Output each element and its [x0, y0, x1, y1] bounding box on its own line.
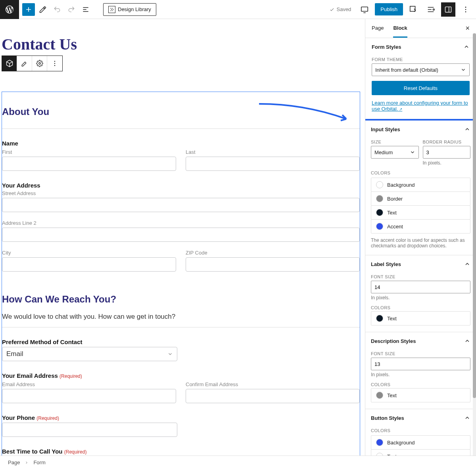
color-swatch — [376, 223, 383, 230]
besttime-label: Best Time to Call You (Required) — [2, 448, 360, 455]
svg-point-10 — [54, 65, 55, 66]
breadcrumb: Page Form — [0, 456, 476, 469]
svg-point-9 — [54, 63, 55, 64]
last-name-input[interactable] — [186, 157, 360, 171]
label-fontsize-input[interactable] — [371, 281, 470, 293]
label-text-color[interactable]: Text — [371, 311, 470, 325]
toolbar-left: Design Library — [19, 3, 159, 16]
undo-button[interactable] — [51, 3, 63, 16]
email-input[interactable] — [2, 389, 176, 403]
block-more-button[interactable] — [47, 56, 62, 71]
tab-block[interactable]: Block — [393, 19, 407, 38]
radius-meta-label: BORDER RADIUS — [423, 140, 471, 144]
last-sublabel: Last — [186, 149, 360, 155]
desc-fontsize-help: In pixels. — [371, 372, 470, 377]
design-library-icon — [108, 6, 115, 13]
color-row[interactable]: Background — [371, 435, 470, 450]
button-colors-label: COLORS — [371, 428, 470, 433]
zip-input[interactable] — [186, 257, 360, 272]
svg-point-7 — [38, 63, 40, 65]
color-swatch — [376, 181, 383, 188]
chevron-up-icon — [464, 338, 470, 344]
input-colors-label: COLORS — [371, 170, 470, 175]
divider — [2, 128, 360, 129]
chevron-right-icon — [25, 461, 29, 465]
breadcrumb-form[interactable]: Form — [33, 459, 45, 465]
publish-button[interactable]: Publish — [375, 3, 403, 15]
color-row[interactable]: Text — [371, 449, 470, 456]
more-options-button[interactable] — [459, 2, 473, 17]
city-input[interactable] — [2, 257, 176, 272]
desc-text-color[interactable]: Text — [371, 388, 470, 402]
label-colors-label: COLORS — [371, 305, 470, 310]
contact-method-label: Preferred Method of Contact — [2, 339, 360, 345]
input-size-select[interactable]: Medium — [371, 146, 419, 159]
first-sublabel: First — [2, 149, 176, 155]
form-edit-icon[interactable] — [406, 2, 420, 17]
chevron-up-icon — [464, 261, 470, 267]
border-radius-input[interactable] — [423, 146, 471, 159]
email-label: Your Email Address (Required) — [2, 372, 360, 379]
address2-sublabel: Address Line 2 — [2, 220, 360, 226]
contact-method-select[interactable]: Email — [2, 347, 177, 361]
chevron-down-icon — [461, 67, 466, 73]
form-block[interactable]: About You Name First Last Your Address — [2, 92, 360, 456]
redo-button[interactable] — [65, 3, 78, 16]
preview-button[interactable] — [357, 2, 372, 17]
document-outline-button[interactable] — [79, 3, 92, 16]
form-theme-select[interactable]: Inherit from default (Orbital) — [372, 63, 470, 76]
street-input[interactable] — [2, 198, 360, 212]
edit-tool-button[interactable] — [36, 3, 49, 16]
editor-canvas: Contact Us About You N — [0, 19, 365, 456]
block-type-button[interactable] — [2, 56, 17, 71]
close-sidebar-button[interactable]: × — [465, 24, 470, 33]
wordpress-logo[interactable] — [0, 0, 19, 19]
sidebar-tabs: Page Block × — [365, 19, 476, 38]
accent-help: The accent color is used for aspects suc… — [371, 237, 470, 249]
color-row[interactable]: Accent — [371, 219, 470, 234]
desc-styles-header[interactable]: Description Styles — [371, 332, 470, 350]
color-row[interactable]: Text — [371, 205, 470, 220]
svg-point-5 — [465, 9, 466, 10]
svg-point-4 — [465, 6, 466, 8]
chevron-up-icon — [464, 126, 470, 132]
phone-input[interactable] — [2, 423, 177, 437]
reset-defaults-button[interactable]: Reset Defaults — [372, 81, 470, 95]
design-library-button[interactable]: Design Library — [103, 3, 156, 16]
label-styles-header[interactable]: Label Styles — [371, 255, 470, 273]
color-swatch — [376, 195, 383, 202]
block-edit-button[interactable] — [17, 56, 32, 71]
chevron-up-icon — [463, 44, 470, 50]
phone-field-group: Your Phone (Required) — [2, 414, 360, 437]
email-field-group: Your Email Address (Required) Email Addr… — [2, 372, 360, 403]
email-confirm-input[interactable] — [186, 389, 360, 403]
editor-topbar: Design Library Saved Publish — [0, 0, 476, 19]
block-settings-button[interactable] — [32, 56, 47, 71]
tab-page[interactable]: Page — [372, 19, 384, 38]
settings-sidebar-toggle[interactable] — [441, 2, 455, 17]
form-theme-meta-label: FORM THEME — [372, 57, 470, 62]
color-row[interactable]: Background — [371, 178, 470, 192]
address2-input[interactable] — [2, 228, 360, 242]
email-confirm-sublabel: Confirm Email Address — [186, 381, 360, 387]
scrollbar[interactable] — [473, 33, 476, 456]
add-block-button[interactable] — [22, 3, 35, 16]
name-field-group: Name First Last — [2, 140, 360, 171]
learn-more-link[interactable]: Learn more about configuring your form t… — [372, 100, 468, 112]
color-row[interactable]: Border — [371, 191, 470, 206]
address-label: Your Address — [2, 182, 360, 189]
color-swatch — [376, 209, 383, 216]
form-styles-header[interactable]: Form Styles — [372, 38, 470, 56]
form-styles-panel: Form Styles FORM THEME Inherit from defa… — [365, 38, 476, 112]
form-settings-icon[interactable] — [424, 2, 438, 17]
svg-point-8 — [54, 61, 55, 62]
button-styles-header[interactable]: Button Styles — [371, 409, 470, 427]
color-swatch — [376, 392, 383, 399]
breadcrumb-page[interactable]: Page — [8, 459, 20, 465]
main-area: Contact Us About You N — [0, 19, 476, 456]
street-sublabel: Street Address — [2, 190, 360, 196]
desc-colors-label: COLORS — [371, 382, 470, 387]
input-styles-header[interactable]: Input Styles — [371, 121, 470, 138]
first-name-input[interactable] — [2, 157, 176, 171]
desc-fontsize-input[interactable] — [371, 358, 470, 370]
